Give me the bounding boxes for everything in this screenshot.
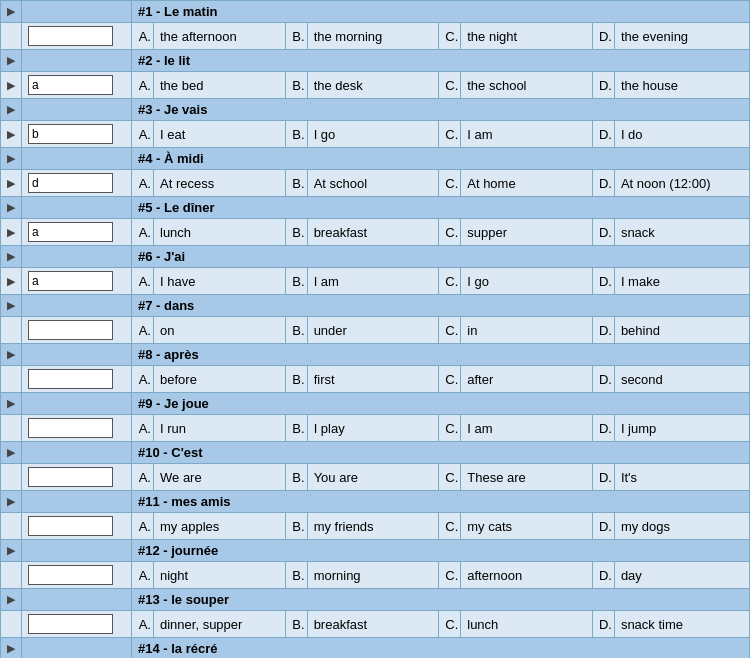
answer-input-cell[interactable] (22, 197, 132, 219)
option-label-c: C. (439, 366, 461, 393)
answer-input[interactable] (28, 271, 113, 291)
row-arrow (1, 317, 22, 344)
question-label: #14 - la récré (132, 638, 750, 659)
answer-input-cell[interactable] (22, 393, 132, 415)
row-arrow: ▶ (1, 491, 22, 513)
row-arrow: ▶ (1, 72, 22, 99)
answer-input-cell[interactable] (22, 464, 132, 491)
answer-row: A.beforeB.firstC.afterD.second (1, 366, 750, 393)
answer-input-cell[interactable] (22, 442, 132, 464)
answer-input-cell[interactable] (22, 415, 132, 442)
option-text-c: afternoon (461, 562, 593, 589)
row-arrow: ▶ (1, 1, 22, 23)
answer-input-cell[interactable] (22, 1, 132, 23)
answer-row: ▶A.I eatB.I goC.I amD.I do (1, 121, 750, 148)
option-label-a: A. (132, 366, 154, 393)
answer-input-cell[interactable] (22, 99, 132, 121)
answer-input-cell[interactable] (22, 344, 132, 366)
answer-input[interactable] (28, 467, 113, 487)
option-text-a: We are (154, 464, 286, 491)
option-text-d: I make (614, 268, 749, 295)
row-arrow: ▶ (1, 638, 22, 659)
answer-input[interactable] (28, 565, 113, 585)
answer-input-cell[interactable] (22, 268, 132, 295)
option-text-d: behind (614, 317, 749, 344)
option-text-b: the desk (307, 72, 439, 99)
option-label-a: A. (132, 317, 154, 344)
answer-input-cell[interactable] (22, 562, 132, 589)
answer-input-cell[interactable] (22, 638, 132, 659)
row-arrow: ▶ (1, 393, 22, 415)
answer-input[interactable] (28, 26, 113, 46)
option-label-d: D. (592, 121, 614, 148)
question-row: ▶#9 - Je joue (1, 393, 750, 415)
option-label-c: C. (439, 219, 461, 246)
option-label-d: D. (592, 317, 614, 344)
option-text-b: breakfast (307, 611, 439, 638)
option-text-d: At noon (12:00) (614, 170, 749, 197)
row-arrow (1, 513, 22, 540)
question-row: ▶#11 - mes amis (1, 491, 750, 513)
row-arrow: ▶ (1, 268, 22, 295)
answer-input-cell[interactable] (22, 295, 132, 317)
row-arrow: ▶ (1, 121, 22, 148)
answer-input-cell[interactable] (22, 589, 132, 611)
question-row: ▶#1 - Le matin (1, 1, 750, 23)
question-label: #7 - dans (132, 295, 750, 317)
row-arrow: ▶ (1, 99, 22, 121)
answer-input-cell[interactable] (22, 611, 132, 638)
row-arrow: ▶ (1, 589, 22, 611)
option-label-b: B. (285, 415, 307, 442)
option-text-c: I am (461, 121, 593, 148)
row-arrow (1, 611, 22, 638)
row-arrow (1, 415, 22, 442)
option-text-c: These are (461, 464, 593, 491)
answer-input-cell[interactable] (22, 170, 132, 197)
answer-input-cell[interactable] (22, 491, 132, 513)
option-label-d: D. (592, 366, 614, 393)
option-label-d: D. (592, 611, 614, 638)
answer-input[interactable] (28, 320, 113, 340)
question-label: #10 - C'est (132, 442, 750, 464)
option-text-b: the morning (307, 23, 439, 50)
option-text-d: I do (614, 121, 749, 148)
answer-input-cell[interactable] (22, 219, 132, 246)
answer-input[interactable] (28, 369, 113, 389)
option-label-b: B. (285, 170, 307, 197)
answer-input[interactable] (28, 516, 113, 536)
option-text-a: dinner, supper (154, 611, 286, 638)
answer-input[interactable] (28, 222, 113, 242)
answer-input-cell[interactable] (22, 513, 132, 540)
answer-row: A.my applesB.my friendsC.my catsD.my dog… (1, 513, 750, 540)
option-label-c: C. (439, 415, 461, 442)
answer-input-cell[interactable] (22, 540, 132, 562)
option-text-d: I jump (614, 415, 749, 442)
answer-input-cell[interactable] (22, 148, 132, 170)
answer-input[interactable] (28, 614, 113, 634)
answer-input[interactable] (28, 124, 113, 144)
answer-input-cell[interactable] (22, 121, 132, 148)
answer-input-cell[interactable] (22, 50, 132, 72)
option-label-c: C. (439, 170, 461, 197)
answer-input-cell[interactable] (22, 246, 132, 268)
option-text-a: night (154, 562, 286, 589)
answer-input[interactable] (28, 75, 113, 95)
option-label-a: A. (132, 415, 154, 442)
answer-input-cell[interactable] (22, 317, 132, 344)
answer-input-cell[interactable] (22, 23, 132, 50)
question-label: #2 - le lit (132, 50, 750, 72)
answer-input-cell[interactable] (22, 72, 132, 99)
option-label-b: B. (285, 464, 307, 491)
option-text-c: after (461, 366, 593, 393)
row-arrow: ▶ (1, 540, 22, 562)
option-label-d: D. (592, 562, 614, 589)
question-row: ▶#12 - journée (1, 540, 750, 562)
option-text-d: snack (614, 219, 749, 246)
answer-input[interactable] (28, 418, 113, 438)
option-text-b: under (307, 317, 439, 344)
option-text-d: second (614, 366, 749, 393)
answer-row: ▶A.the bedB.the deskC.the schoolD.the ho… (1, 72, 750, 99)
answer-input-cell[interactable] (22, 366, 132, 393)
option-text-a: before (154, 366, 286, 393)
answer-input[interactable] (28, 173, 113, 193)
